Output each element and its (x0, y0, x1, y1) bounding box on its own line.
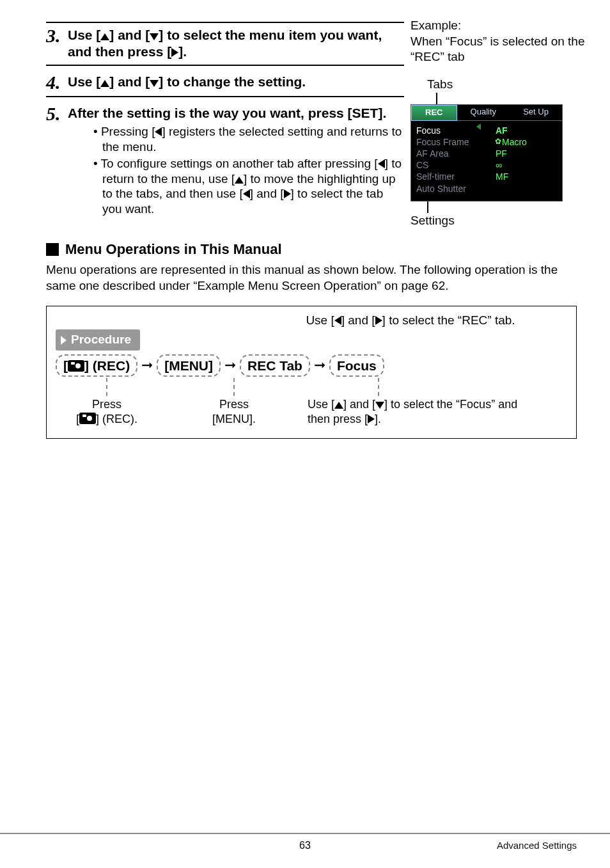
proc-col-a-l2: [] (REC). (56, 412, 158, 427)
camera-left-item: Focus Frame (416, 136, 485, 148)
step-body: Use [] and [] to change the setting. (68, 72, 404, 90)
camera-tab-setup: Set Up (510, 105, 562, 121)
divider (46, 65, 404, 66)
tabs-label: Tabs (427, 77, 590, 93)
connector-line-icon (233, 378, 235, 396)
step-5-bullet: To configure settings on another tab aft… (93, 156, 404, 217)
down-arrow-icon (375, 402, 384, 409)
step-number: 5. (46, 104, 68, 124)
procedure-box: Use [] and [] to select the “REC” tab. P… (46, 306, 577, 439)
subheading-row: Menu Operations in This Manual (46, 241, 577, 259)
footer-section: Advanced Settings (497, 839, 577, 852)
page-number: 63 (299, 839, 311, 853)
camera-right-item: Macro (496, 136, 553, 148)
camera-right-item: MF (496, 171, 553, 182)
flow-chip-focus: Focus (329, 354, 384, 377)
procedure-col-b: Press [MENU]. (180, 378, 288, 427)
camera-menu-screenshot: REC Quality Set Up Focus Focus Frame AF … (411, 104, 563, 201)
proc-col-c-l1: Use [] and [] to select the “Focus” and (308, 397, 567, 412)
flow-arrow-icon: ➞ (314, 356, 325, 375)
camera-left-item: AF Area (416, 148, 485, 159)
settings-label: Settings (411, 213, 590, 229)
camera-tabs-row: REC Quality Set Up (411, 105, 562, 121)
step-5-bullet: Pressing [] registers the selected setti… (93, 124, 404, 155)
flow-arrow-icon: ➞ (224, 356, 236, 375)
proc-col-c-l2: then press []. (308, 412, 567, 427)
steps-column: 3. Use [] and [] to select the menu item… (46, 22, 404, 229)
procedure-lower-row: Press [] (REC). Press [MENU]. Use [] and… (56, 378, 567, 427)
right-arrow-icon (368, 414, 375, 423)
sub-paragraph: Menu operations are represented in this … (46, 262, 577, 294)
camera-rec-icon (68, 360, 84, 372)
right-arrow-icon (375, 316, 382, 325)
example-aside: Example: When “Focus” is selected on the… (411, 18, 590, 228)
procedure-col-a: Press [] (REC). (56, 378, 158, 427)
camera-left-item: Auto Shutter (416, 183, 485, 194)
flow-arrow-icon: ➞ (141, 356, 153, 375)
left-arrow-icon (155, 127, 162, 136)
camera-left-item: CS (416, 159, 485, 171)
proc-col-a-l1: Press (56, 397, 158, 412)
flow-chip-rectab: REC Tab (240, 354, 310, 377)
left-arrow-icon (243, 189, 250, 198)
flow-chip-rec: [] (REC) (56, 354, 137, 377)
left-arrow-icon (334, 316, 341, 325)
step-number: 3. (46, 26, 68, 46)
step-4: 4. Use [] and [] to change the setting. (46, 70, 404, 93)
step-body: Use [] and [] to select the menu item yo… (68, 26, 404, 61)
proc-col-b-l1: Press (180, 397, 288, 412)
example-line: When “Focus” is selected on the “REC” ta… (411, 34, 590, 65)
procedure-badge: Procedure (56, 329, 140, 351)
camera-left-item: Self-timer (416, 171, 485, 182)
settings-pointer-line (427, 201, 428, 213)
camera-left-item: Focus (416, 125, 485, 136)
camera-right-item: PF (496, 148, 553, 159)
connector-line-icon (378, 378, 379, 396)
up-arrow-icon (235, 177, 244, 184)
right-arrow-icon (171, 48, 178, 57)
page-footer: 63 Advanced Settings (0, 833, 610, 853)
step-body: After the setting is the way you want, p… (68, 104, 404, 229)
camera-tab-quality: Quality (457, 105, 510, 121)
step-5: 5. After the setting is the way you want… (46, 101, 404, 229)
camera-right-item: ∞ (496, 159, 553, 171)
down-arrow-icon (150, 33, 159, 40)
section-marker-icon (46, 243, 59, 256)
camera-tab-rec: REC (411, 105, 457, 121)
right-arrow-icon (284, 189, 291, 198)
camera-right-item: AF (496, 125, 553, 136)
step-5-bullets: Pressing [] registers the selected setti… (68, 124, 404, 217)
proc-col-b-l2: [MENU]. (180, 412, 288, 427)
up-arrow-icon (100, 80, 109, 87)
step-3: 3. Use [] and [] to select the menu item… (46, 22, 404, 61)
procedure-top-hint: Use [] and [] to select the “REC” tab. (254, 313, 567, 329)
camera-rec-icon (79, 413, 96, 424)
subheading: Menu Operations in This Manual (65, 241, 282, 259)
procedure-col-c: Use [] and [] to select the “Focus” and … (308, 378, 567, 427)
camera-active-marker-icon (476, 123, 481, 130)
divider (46, 96, 404, 97)
tabs-pointer-line (436, 93, 437, 104)
connector-line-icon (106, 378, 107, 396)
example-label: Example: (411, 18, 590, 34)
camera-body: Focus Focus Frame AF Area CS Self-timer … (411, 121, 562, 201)
procedure-flow: [] (REC) ➞ [MENU] ➞ REC Tab ➞ Focus (56, 354, 567, 377)
camera-right-col: AF Macro PF ∞ MF (490, 121, 558, 201)
left-arrow-icon (378, 159, 385, 168)
up-arrow-icon (334, 402, 343, 409)
down-arrow-icon (150, 80, 159, 87)
macro-flower-icon (496, 139, 502, 146)
flow-chip-menu: [MENU] (157, 354, 221, 377)
up-arrow-icon (100, 33, 109, 40)
procedure-badge-row: Procedure (56, 328, 567, 351)
camera-left-col: Focus Focus Frame AF Area CS Self-timer … (411, 121, 490, 201)
step-number: 4. (46, 72, 68, 93)
